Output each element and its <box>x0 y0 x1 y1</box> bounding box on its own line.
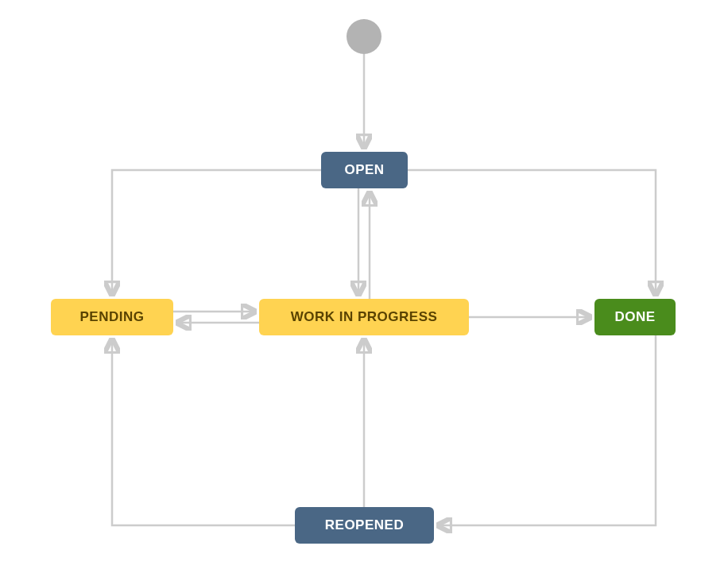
workflow-edges <box>0 0 728 577</box>
edge-open-done <box>408 170 656 292</box>
edge-open-pending <box>112 170 321 292</box>
start-node <box>347 19 381 54</box>
state-done: DONE <box>594 299 676 335</box>
state-reopened-label: REOPENED <box>325 517 404 533</box>
workflow-diagram: OPEN PENDING WORK IN PROGRESS DONE REOPE… <box>0 0 728 577</box>
state-reopened: REOPENED <box>295 507 434 544</box>
state-work-in-progress: WORK IN PROGRESS <box>259 299 469 335</box>
state-wip-label: WORK IN PROGRESS <box>291 309 438 325</box>
state-open-label: OPEN <box>344 162 384 178</box>
state-done-label: DONE <box>614 309 655 325</box>
state-pending-label: PENDING <box>80 309 145 325</box>
edge-done-reopened <box>440 335 656 525</box>
state-pending: PENDING <box>51 299 173 335</box>
edge-reopened-pending <box>112 342 295 525</box>
state-open: OPEN <box>321 152 408 188</box>
